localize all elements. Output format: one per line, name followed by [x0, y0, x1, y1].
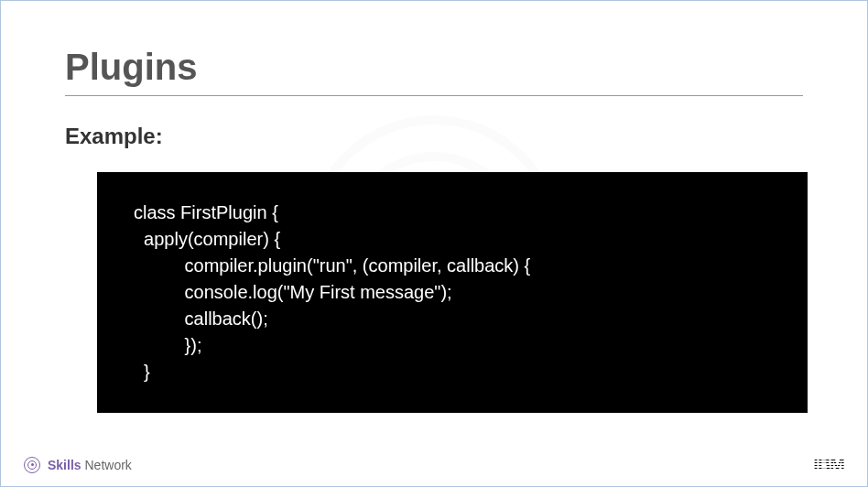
skills-network-icon — [24, 457, 40, 473]
ibm-logo: IBM — [813, 454, 844, 475]
skills-network-branding: Skills Network — [24, 457, 132, 473]
code-example: class FirstPlugin { apply(compiler) { co… — [97, 172, 808, 413]
skills-label-regular: Network — [81, 458, 132, 472]
slide-content: Plugins Example: class FirstPlugin { app… — [1, 1, 867, 413]
skills-label-bold: Skills — [48, 458, 81, 472]
example-label: Example: — [65, 124, 803, 149]
page-title: Plugins — [65, 47, 803, 96]
slide-footer: Skills Network IBM — [1, 454, 867, 475]
skills-network-text: Skills Network — [48, 458, 132, 472]
